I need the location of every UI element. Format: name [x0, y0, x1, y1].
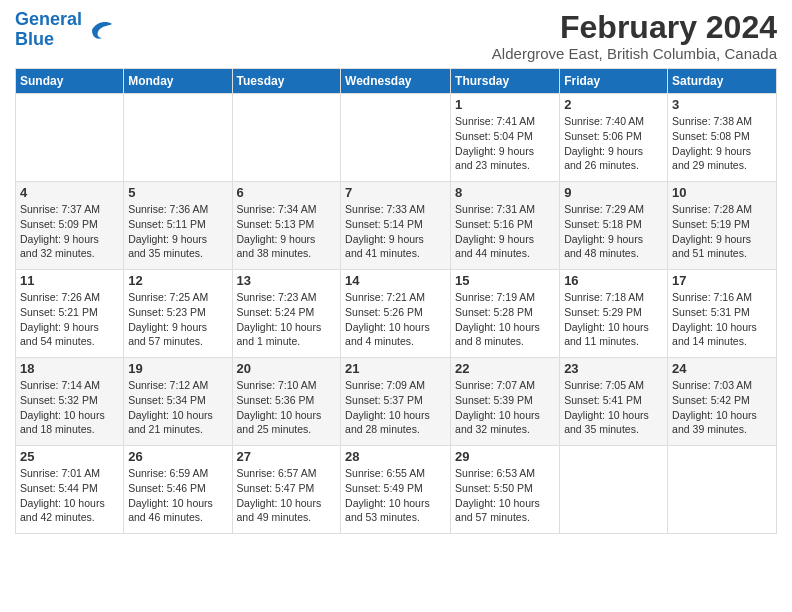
day-number: 1	[455, 97, 555, 112]
day-number: 27	[237, 449, 337, 464]
day-info: Sunrise: 7:18 AM Sunset: 5:29 PM Dayligh…	[564, 290, 663, 349]
day-info: Sunrise: 7:29 AM Sunset: 5:18 PM Dayligh…	[564, 202, 663, 261]
day-info: Sunrise: 7:37 AM Sunset: 5:09 PM Dayligh…	[20, 202, 119, 261]
day-number: 26	[128, 449, 227, 464]
calendar-cell: 1Sunrise: 7:41 AM Sunset: 5:04 PM Daylig…	[451, 94, 560, 182]
calendar-cell: 7Sunrise: 7:33 AM Sunset: 5:14 PM Daylig…	[341, 182, 451, 270]
logo-bird-icon	[84, 18, 114, 42]
calendar-cell	[668, 446, 777, 534]
day-info: Sunrise: 7:36 AM Sunset: 5:11 PM Dayligh…	[128, 202, 227, 261]
day-info: Sunrise: 7:05 AM Sunset: 5:41 PM Dayligh…	[564, 378, 663, 437]
day-number: 12	[128, 273, 227, 288]
day-number: 4	[20, 185, 119, 200]
day-number: 20	[237, 361, 337, 376]
day-info: Sunrise: 7:23 AM Sunset: 5:24 PM Dayligh…	[237, 290, 337, 349]
calendar-cell: 2Sunrise: 7:40 AM Sunset: 5:06 PM Daylig…	[560, 94, 668, 182]
day-info: Sunrise: 7:16 AM Sunset: 5:31 PM Dayligh…	[672, 290, 772, 349]
day-number: 5	[128, 185, 227, 200]
calendar-cell: 3Sunrise: 7:38 AM Sunset: 5:08 PM Daylig…	[668, 94, 777, 182]
day-info: Sunrise: 6:55 AM Sunset: 5:49 PM Dayligh…	[345, 466, 446, 525]
day-number: 14	[345, 273, 446, 288]
day-number: 22	[455, 361, 555, 376]
day-number: 28	[345, 449, 446, 464]
day-number: 24	[672, 361, 772, 376]
day-number: 18	[20, 361, 119, 376]
calendar-cell: 14Sunrise: 7:21 AM Sunset: 5:26 PM Dayli…	[341, 270, 451, 358]
calendar-cell: 4Sunrise: 7:37 AM Sunset: 5:09 PM Daylig…	[16, 182, 124, 270]
calendar-cell: 13Sunrise: 7:23 AM Sunset: 5:24 PM Dayli…	[232, 270, 341, 358]
calendar-cell: 28Sunrise: 6:55 AM Sunset: 5:49 PM Dayli…	[341, 446, 451, 534]
day-number: 19	[128, 361, 227, 376]
day-of-week-header: Wednesday	[341, 69, 451, 94]
day-info: Sunrise: 7:28 AM Sunset: 5:19 PM Dayligh…	[672, 202, 772, 261]
day-info: Sunrise: 7:09 AM Sunset: 5:37 PM Dayligh…	[345, 378, 446, 437]
calendar-cell: 19Sunrise: 7:12 AM Sunset: 5:34 PM Dayli…	[124, 358, 232, 446]
calendar-cell: 5Sunrise: 7:36 AM Sunset: 5:11 PM Daylig…	[124, 182, 232, 270]
day-number: 13	[237, 273, 337, 288]
calendar-cell: 12Sunrise: 7:25 AM Sunset: 5:23 PM Dayli…	[124, 270, 232, 358]
day-info: Sunrise: 7:33 AM Sunset: 5:14 PM Dayligh…	[345, 202, 446, 261]
calendar-week-row: 11Sunrise: 7:26 AM Sunset: 5:21 PM Dayli…	[16, 270, 777, 358]
day-of-week-header: Saturday	[668, 69, 777, 94]
day-info: Sunrise: 6:53 AM Sunset: 5:50 PM Dayligh…	[455, 466, 555, 525]
day-number: 21	[345, 361, 446, 376]
calendar-cell: 6Sunrise: 7:34 AM Sunset: 5:13 PM Daylig…	[232, 182, 341, 270]
day-number: 25	[20, 449, 119, 464]
page-header: General Blue February 2024 Aldergrove Ea…	[15, 10, 777, 62]
day-info: Sunrise: 7:21 AM Sunset: 5:26 PM Dayligh…	[345, 290, 446, 349]
day-number: 15	[455, 273, 555, 288]
day-info: Sunrise: 7:19 AM Sunset: 5:28 PM Dayligh…	[455, 290, 555, 349]
calendar-cell	[560, 446, 668, 534]
day-info: Sunrise: 7:01 AM Sunset: 5:44 PM Dayligh…	[20, 466, 119, 525]
calendar-week-row: 4Sunrise: 7:37 AM Sunset: 5:09 PM Daylig…	[16, 182, 777, 270]
day-number: 3	[672, 97, 772, 112]
day-info: Sunrise: 6:57 AM Sunset: 5:47 PM Dayligh…	[237, 466, 337, 525]
day-number: 6	[237, 185, 337, 200]
calendar-cell: 27Sunrise: 6:57 AM Sunset: 5:47 PM Dayli…	[232, 446, 341, 534]
day-info: Sunrise: 7:10 AM Sunset: 5:36 PM Dayligh…	[237, 378, 337, 437]
day-info: Sunrise: 7:07 AM Sunset: 5:39 PM Dayligh…	[455, 378, 555, 437]
calendar-cell: 16Sunrise: 7:18 AM Sunset: 5:29 PM Dayli…	[560, 270, 668, 358]
day-of-week-header: Sunday	[16, 69, 124, 94]
calendar-week-row: 18Sunrise: 7:14 AM Sunset: 5:32 PM Dayli…	[16, 358, 777, 446]
day-of-week-header: Monday	[124, 69, 232, 94]
calendar-cell: 21Sunrise: 7:09 AM Sunset: 5:37 PM Dayli…	[341, 358, 451, 446]
header-row: SundayMondayTuesdayWednesdayThursdayFrid…	[16, 69, 777, 94]
calendar-cell: 24Sunrise: 7:03 AM Sunset: 5:42 PM Dayli…	[668, 358, 777, 446]
page-container: General Blue February 2024 Aldergrove Ea…	[0, 0, 792, 544]
calendar-cell: 23Sunrise: 7:05 AM Sunset: 5:41 PM Dayli…	[560, 358, 668, 446]
day-info: Sunrise: 7:40 AM Sunset: 5:06 PM Dayligh…	[564, 114, 663, 173]
calendar-cell: 15Sunrise: 7:19 AM Sunset: 5:28 PM Dayli…	[451, 270, 560, 358]
logo: General Blue	[15, 10, 114, 50]
location-subtitle: Aldergrove East, British Columbia, Canad…	[492, 45, 777, 62]
day-number: 8	[455, 185, 555, 200]
day-info: Sunrise: 7:03 AM Sunset: 5:42 PM Dayligh…	[672, 378, 772, 437]
calendar-cell: 8Sunrise: 7:31 AM Sunset: 5:16 PM Daylig…	[451, 182, 560, 270]
calendar-cell: 11Sunrise: 7:26 AM Sunset: 5:21 PM Dayli…	[16, 270, 124, 358]
calendar-cell: 17Sunrise: 7:16 AM Sunset: 5:31 PM Dayli…	[668, 270, 777, 358]
day-number: 29	[455, 449, 555, 464]
day-number: 10	[672, 185, 772, 200]
calendar-cell: 20Sunrise: 7:10 AM Sunset: 5:36 PM Dayli…	[232, 358, 341, 446]
calendar-cell	[16, 94, 124, 182]
calendar-cell: 9Sunrise: 7:29 AM Sunset: 5:18 PM Daylig…	[560, 182, 668, 270]
calendar-cell: 29Sunrise: 6:53 AM Sunset: 5:50 PM Dayli…	[451, 446, 560, 534]
day-info: Sunrise: 7:34 AM Sunset: 5:13 PM Dayligh…	[237, 202, 337, 261]
logo-text: General Blue	[15, 10, 82, 50]
day-of-week-header: Thursday	[451, 69, 560, 94]
day-of-week-header: Tuesday	[232, 69, 341, 94]
day-number: 2	[564, 97, 663, 112]
calendar-week-row: 25Sunrise: 7:01 AM Sunset: 5:44 PM Dayli…	[16, 446, 777, 534]
day-number: 7	[345, 185, 446, 200]
day-info: Sunrise: 7:41 AM Sunset: 5:04 PM Dayligh…	[455, 114, 555, 173]
day-info: Sunrise: 7:14 AM Sunset: 5:32 PM Dayligh…	[20, 378, 119, 437]
day-number: 16	[564, 273, 663, 288]
calendar-cell: 22Sunrise: 7:07 AM Sunset: 5:39 PM Dayli…	[451, 358, 560, 446]
calendar-week-row: 1Sunrise: 7:41 AM Sunset: 5:04 PM Daylig…	[16, 94, 777, 182]
day-number: 23	[564, 361, 663, 376]
day-info: Sunrise: 7:31 AM Sunset: 5:16 PM Dayligh…	[455, 202, 555, 261]
day-of-week-header: Friday	[560, 69, 668, 94]
month-title: February 2024	[492, 10, 777, 45]
day-info: Sunrise: 7:25 AM Sunset: 5:23 PM Dayligh…	[128, 290, 227, 349]
calendar-cell	[124, 94, 232, 182]
